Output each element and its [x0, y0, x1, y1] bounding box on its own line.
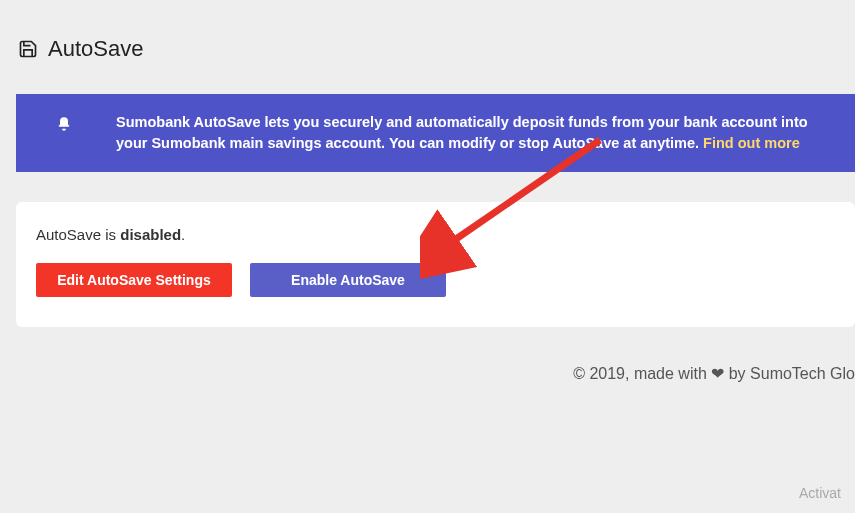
status-value: disabled	[120, 226, 181, 243]
find-out-more-link[interactable]: Find out more	[703, 135, 800, 151]
enable-autosave-button[interactable]: Enable AutoSave	[250, 263, 446, 297]
watermark-line1: Activat	[799, 486, 841, 501]
footer-suffix: by SumoTech Glo	[724, 365, 855, 382]
windows-activation-watermark: Activat	[799, 486, 841, 501]
save-icon	[18, 39, 38, 59]
info-banner: Sumobank AutoSave lets you securely and …	[16, 94, 855, 172]
edit-autosave-settings-button[interactable]: Edit AutoSave Settings	[36, 263, 232, 297]
footer: © 2019, made with ❤ by SumoTech Glo	[573, 364, 855, 383]
page-title: AutoSave	[48, 36, 143, 62]
status-suffix: .	[181, 226, 185, 243]
button-row: Edit AutoSave Settings Enable AutoSave	[36, 263, 835, 297]
bell-icon	[56, 116, 72, 132]
autosave-status: AutoSave is disabled.	[36, 226, 835, 243]
banner-text: Sumobank AutoSave lets you securely and …	[116, 112, 831, 154]
heart-icon: ❤	[711, 365, 724, 382]
autosave-card: AutoSave is disabled. Edit AutoSave Sett…	[16, 202, 855, 327]
page-header: AutoSave	[0, 0, 855, 62]
status-prefix: AutoSave is	[36, 226, 120, 243]
footer-prefix: © 2019, made with	[573, 365, 711, 382]
